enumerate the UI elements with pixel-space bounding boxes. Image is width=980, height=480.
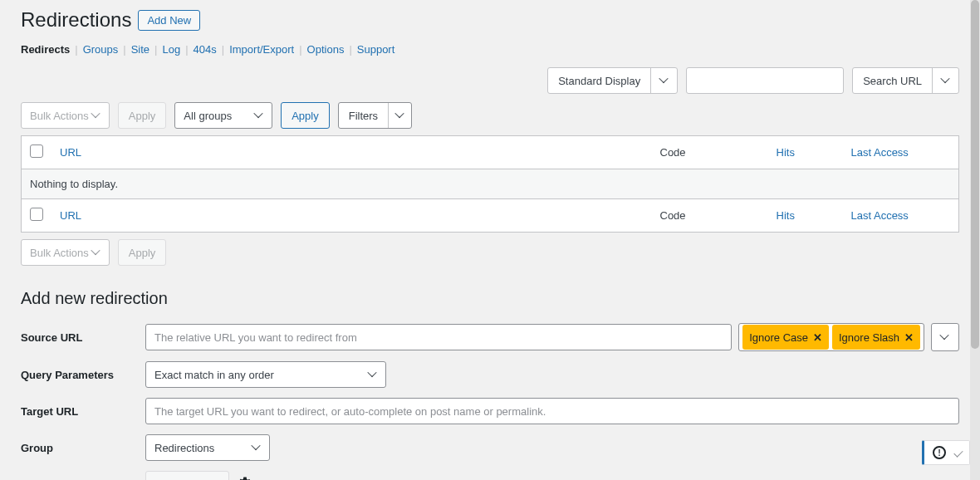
page-title: Redirections xyxy=(21,8,131,32)
col-url-bottom[interactable]: URL xyxy=(60,209,81,222)
groups-select[interactable]: All groups xyxy=(174,102,272,129)
display-select-label: Standard Display xyxy=(548,68,650,93)
label-query-params: Query Parameters xyxy=(21,369,145,381)
filters-label: Filters xyxy=(339,103,388,128)
tab-404s[interactable]: 404s xyxy=(189,43,222,56)
chevron-down-icon xyxy=(252,443,261,452)
tag-ignore-slash[interactable]: Ignore Slash✕ xyxy=(832,325,920,350)
bulk-actions-select[interactable]: Bulk Actions xyxy=(21,102,110,129)
col-url[interactable]: URL xyxy=(60,146,81,159)
tab-log[interactable]: Log xyxy=(157,43,185,56)
tab-groups[interactable]: Groups xyxy=(78,43,124,56)
checkmark-icon xyxy=(956,448,961,457)
tags-dropdown-toggle[interactable] xyxy=(931,323,959,351)
bulk-actions-select-bottom[interactable]: Bulk Actions xyxy=(21,239,110,266)
search-url-button[interactable]: Search URL xyxy=(852,67,959,94)
chevron-down-icon[interactable] xyxy=(650,68,677,93)
tab-options[interactable]: Options xyxy=(302,43,350,56)
source-url-tags: Ignore Case✕ Ignore Slash✕ xyxy=(738,323,924,351)
redirects-table: URL Code Hits Last Access Nothing to dis… xyxy=(21,135,959,233)
close-icon[interactable]: ✕ xyxy=(904,331,914,344)
group-select[interactable]: Redirections xyxy=(145,434,270,461)
chevron-down-icon xyxy=(92,111,100,120)
tab-support[interactable]: Support xyxy=(352,43,400,56)
groups-select-label: All groups xyxy=(184,110,232,122)
apply-bulk-button[interactable]: Apply xyxy=(118,102,167,129)
col-code-bottom: Code xyxy=(652,199,768,233)
col-hits[interactable]: Hits xyxy=(777,146,795,159)
chevron-down-icon[interactable] xyxy=(932,68,958,93)
target-url-input[interactable] xyxy=(145,398,959,424)
apply-filter-button[interactable]: Apply xyxy=(281,102,330,129)
col-code: Code xyxy=(652,136,768,169)
add-new-heading: Add new redirection xyxy=(21,289,959,308)
add-redirect-button[interactable]: Add Redirect xyxy=(145,471,229,480)
label-target-url: Target URL xyxy=(21,405,145,418)
gear-icon[interactable] xyxy=(238,476,252,481)
source-url-input[interactable] xyxy=(145,324,732,350)
display-select[interactable]: Standard Display xyxy=(547,67,678,94)
chevron-down-icon xyxy=(255,111,263,120)
filters-button[interactable]: Filters xyxy=(338,102,412,129)
empty-row: Nothing to display. xyxy=(22,169,959,199)
select-all-checkbox[interactable] xyxy=(30,144,43,158)
add-new-button[interactable]: Add New xyxy=(138,10,200,31)
col-last[interactable]: Last Access xyxy=(851,146,909,159)
query-params-select[interactable]: Exact match in any order xyxy=(145,361,386,388)
label-group: Group xyxy=(21,442,145,454)
search-url-label: Search URL xyxy=(853,68,932,93)
col-hits-bottom[interactable]: Hits xyxy=(777,209,795,222)
tab-redirects[interactable]: Redirects xyxy=(21,43,75,56)
col-last-bottom[interactable]: Last Access xyxy=(851,209,909,222)
sub-tabs: Redirects| Groups| Site| Log| 404s| Impo… xyxy=(21,43,959,56)
search-input[interactable] xyxy=(686,67,844,94)
tag-ignore-case[interactable]: Ignore Case✕ xyxy=(742,325,829,350)
close-icon[interactable]: ✕ xyxy=(813,331,822,344)
apply-bulk-button-bottom[interactable]: Apply xyxy=(118,239,167,266)
alert-icon: ! xyxy=(933,446,946,459)
status-widget[interactable]: ! xyxy=(922,440,970,465)
tab-site[interactable]: Site xyxy=(126,43,154,56)
chevron-down-icon[interactable] xyxy=(388,103,411,128)
label-source-url: Source URL xyxy=(21,331,145,344)
select-all-checkbox-bottom[interactable] xyxy=(30,208,43,221)
chevron-down-icon xyxy=(92,248,100,257)
tab-import-export[interactable]: Import/Export xyxy=(224,43,299,56)
chevron-down-icon xyxy=(369,370,377,379)
scrollbar[interactable] xyxy=(970,0,980,480)
bulk-actions-label: Bulk Actions xyxy=(30,110,89,122)
